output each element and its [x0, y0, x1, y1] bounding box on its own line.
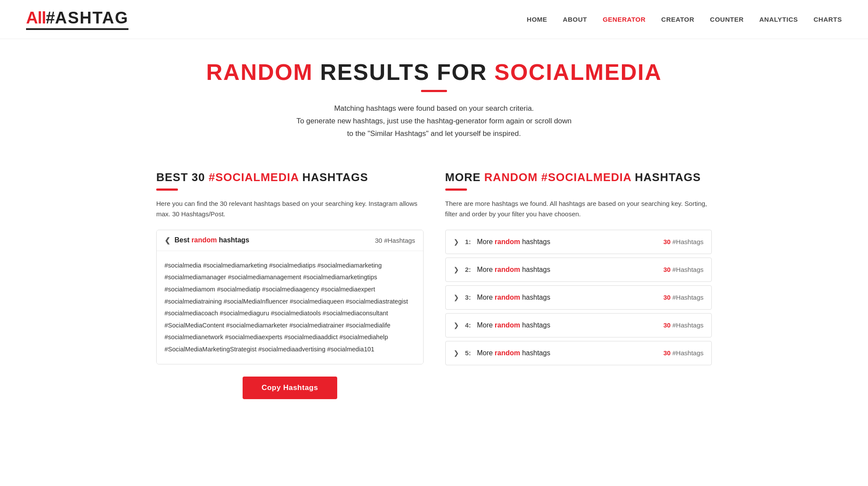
- more-hashtags-list: ❯ 1: More random hashtags 30 #Hashtags ❯…: [445, 230, 712, 365]
- hashtag-count: 30 #Hashtags: [375, 237, 415, 244]
- right-section-desc: There are more hashtags we found. All ha…: [445, 198, 712, 219]
- more-hashtag-row[interactable]: ❯ 3: More random hashtags 30 #Hashtags: [445, 285, 712, 310]
- chevron-right-icon: ❯: [454, 238, 459, 246]
- row-count: 30 #Hashtags: [663, 321, 704, 329]
- more-hashtag-row[interactable]: ❯ 1: More random hashtags 30 #Hashtags: [445, 230, 712, 254]
- nav-creator[interactable]: CREATOR: [661, 16, 694, 23]
- hero-section: RANDOM RESULTS FOR SOCIALMEDIA Matching …: [0, 39, 868, 153]
- nav-analytics[interactable]: ANALYTICS: [760, 16, 798, 23]
- logo-underline: [26, 28, 128, 30]
- left-section-desc: Here you can find the 30 relevant hashta…: [156, 198, 424, 219]
- chevron-right-icon: ❯: [454, 349, 459, 357]
- more-row-left: ❯ 1: More random hashtags: [454, 238, 550, 246]
- nav-home[interactable]: HOME: [527, 16, 547, 23]
- left-section-underline: [156, 188, 178, 191]
- left-section-title: BEST 30 #SOCIALMEDIA HASHTAGS: [156, 171, 424, 184]
- row-count: 30 #Hashtags: [663, 238, 704, 245]
- title-random: RANDOM: [206, 60, 313, 85]
- nav-about[interactable]: ABOUT: [563, 16, 587, 23]
- accordion-label: Best random hashtags: [174, 236, 249, 244]
- chevron-down-icon: ❮: [164, 236, 170, 245]
- row-number: 2:: [465, 266, 471, 273]
- row-label: More random hashtags: [477, 238, 550, 246]
- chevron-right-icon: ❯: [454, 266, 459, 274]
- logo[interactable]: All # ASHTAG: [26, 9, 128, 30]
- logo-all: All: [26, 9, 46, 27]
- row-number: 3:: [465, 294, 471, 301]
- site-header: All # ASHTAG HOME ABOUT GENERATOR CREATO…: [0, 0, 868, 39]
- chevron-right-icon: ❯: [454, 294, 459, 301]
- row-number: 1:: [465, 238, 471, 245]
- main-nav: HOME ABOUT GENERATOR CREATOR COUNTER ANA…: [527, 16, 842, 23]
- hashtag-accordion[interactable]: ❮ Best random hashtags 30 #Hashtags #soc…: [156, 230, 424, 364]
- copy-button-row: Copy Hashtags: [156, 377, 424, 399]
- right-section-title: MORE RANDOM #SOCIALMEDIA HASHTAGS: [445, 171, 712, 184]
- hero-description: Matching hashtags were found based on yo…: [282, 102, 586, 140]
- more-hashtag-row[interactable]: ❯ 5: More random hashtags 30 #Hashtags: [445, 341, 712, 365]
- page-title: RANDOM RESULTS FOR SOCIALMEDIA: [17, 60, 851, 85]
- row-count: 30 #Hashtags: [663, 266, 704, 273]
- nav-generator[interactable]: GENERATOR: [603, 16, 646, 23]
- more-row-left: ❯ 2: More random hashtags: [454, 266, 550, 274]
- right-column: MORE RANDOM #SOCIALMEDIA HASHTAGS There …: [445, 171, 712, 399]
- row-count: 30 #Hashtags: [663, 294, 704, 301]
- row-number: 5:: [465, 349, 471, 357]
- main-content: BEST 30 #SOCIALMEDIA HASHTAGS Here you c…: [130, 153, 738, 425]
- row-label: More random hashtags: [477, 294, 550, 301]
- copy-hashtags-button[interactable]: Copy Hashtags: [243, 377, 337, 399]
- hashtag-accordion-header[interactable]: ❮ Best random hashtags 30 #Hashtags: [157, 230, 423, 251]
- left-column: BEST 30 #SOCIALMEDIA HASHTAGS Here you c…: [156, 171, 445, 399]
- nav-charts[interactable]: CHARTS: [814, 16, 842, 23]
- accordion-header-left: ❮ Best random hashtags: [164, 236, 249, 245]
- logo-hash: #: [46, 9, 55, 27]
- title-results-for: RESULTS FOR: [313, 60, 494, 85]
- more-row-left: ❯ 4: More random hashtags: [454, 321, 550, 329]
- row-label: More random hashtags: [477, 266, 550, 274]
- row-number: 4:: [465, 321, 471, 329]
- more-row-left: ❯ 5: More random hashtags: [454, 349, 550, 357]
- nav-counter[interactable]: COUNTER: [710, 16, 744, 23]
- more-hashtag-row[interactable]: ❯ 4: More random hashtags 30 #Hashtags: [445, 313, 712, 337]
- more-hashtag-row[interactable]: ❯ 2: More random hashtags 30 #Hashtags: [445, 258, 712, 282]
- more-row-left: ❯ 3: More random hashtags: [454, 294, 550, 301]
- hero-divider: [421, 90, 447, 92]
- row-label: More random hashtags: [477, 349, 550, 357]
- row-count: 30 #Hashtags: [663, 349, 704, 357]
- row-label: More random hashtags: [477, 321, 550, 329]
- hashtag-list: #socialmedia #socialmediamarketing #soci…: [157, 251, 423, 364]
- logo-hashtag: ASHTAG: [55, 9, 129, 27]
- chevron-right-icon: ❯: [454, 321, 459, 329]
- right-section-underline: [445, 188, 467, 191]
- title-socialmedia: SOCIALMEDIA: [494, 60, 662, 85]
